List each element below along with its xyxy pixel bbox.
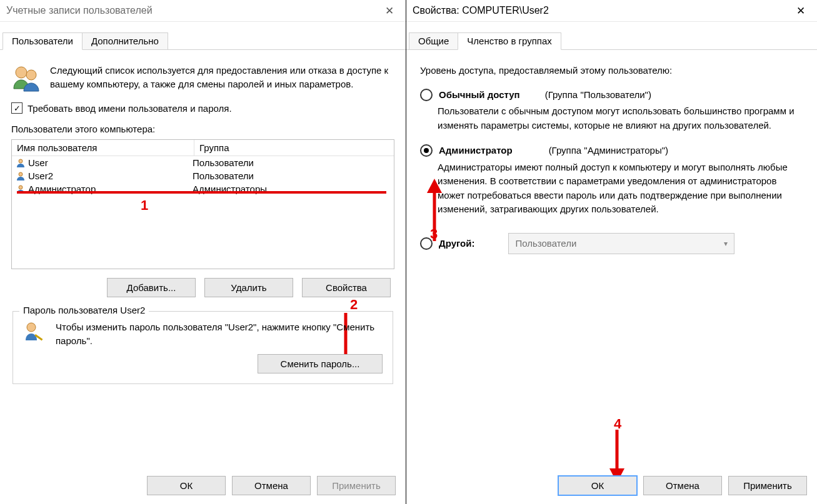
users-list-label: Пользователи этого компьютера: (11, 124, 394, 134)
user-icon (16, 171, 26, 181)
change-password-button[interactable]: Сменить пароль... (258, 354, 383, 373)
groupbox-legend: Пароль пользователя User2 (19, 305, 149, 315)
close-icon[interactable]: ✕ (788, 2, 813, 19)
listview-header[interactable]: Имя пользователя Группа (12, 140, 394, 156)
properties-button[interactable]: Свойства (302, 278, 391, 297)
window-title: Свойства: COMPUTER\User2 (413, 5, 549, 16)
ok-button[interactable]: ОК (558, 476, 637, 495)
col-group[interactable]: Группа (194, 140, 394, 156)
chevron-down-icon: ▾ (724, 238, 728, 249)
radio-admin-group: (Группа "Администраторы") (549, 144, 668, 158)
tab-advanced[interactable]: Дополнительно (82, 32, 168, 49)
svg-point-7 (27, 323, 36, 332)
add-button[interactable]: Добавить... (107, 278, 196, 297)
user-properties-dialog: Свойства: COMPUTER\User2 ✕ Общие Членств… (406, 0, 817, 504)
radio-admin-desc: Администраторы имеют полный доступ к ком… (438, 161, 803, 217)
window-title: Учетные записи пользователей (6, 5, 153, 16)
cell-username: User2 (28, 170, 53, 181)
dialog-buttons: ОК Отмена Применить (0, 470, 406, 502)
apply-button[interactable]: Применить (728, 476, 807, 495)
access-level-label: Уровень доступа, предоставляемый этому п… (420, 64, 803, 78)
close-icon[interactable]: ✕ (377, 2, 402, 19)
radio-standard[interactable] (420, 89, 433, 101)
annotation-4: 4 (614, 416, 621, 432)
user-accounts-dialog: Учетные записи пользователей ✕ Пользоват… (0, 0, 406, 504)
cell-group: Пользователи (188, 169, 394, 182)
radio-other-label[interactable]: Другой: (439, 237, 474, 251)
svg-point-4 (19, 185, 23, 189)
tabstrip: Пользователи Дополнительно (0, 31, 406, 50)
require-login-label[interactable]: Требовать ввод имени пользователя и паро… (28, 103, 232, 114)
svg-point-0 (16, 67, 27, 78)
dialog-buttons: ОК Отмена Применить (406, 470, 817, 502)
combo-value: Пользователи (515, 237, 576, 251)
tab-users[interactable]: Пользователи (3, 32, 83, 50)
users-icon (11, 64, 41, 94)
svg-point-2 (19, 159, 23, 163)
radio-standard-label[interactable]: Обычный доступ (439, 88, 520, 102)
annotation-underline (17, 191, 386, 194)
radio-other[interactable] (420, 237, 433, 250)
ok-button[interactable]: ОК (147, 476, 226, 495)
svg-point-3 (19, 172, 23, 176)
cancel-button[interactable]: Отмена (232, 476, 311, 495)
titlebar[interactable]: Учетные записи пользователей ✕ (0, 0, 406, 22)
require-login-checkbox[interactable] (11, 102, 23, 114)
cell-username: User (28, 157, 48, 168)
tab-general[interactable]: Общие (409, 32, 458, 49)
radio-standard-group: (Группа "Пользователи") (545, 88, 651, 102)
password-groupbox: Пароль пользователя User2 Чтобы изменить… (13, 311, 393, 384)
cell-group: Пользователи (188, 156, 394, 169)
radio-standard-desc: Пользователи с обычным доступом могут ис… (438, 104, 803, 132)
tab-membership[interactable]: Членство в группах (458, 32, 561, 50)
annotation-1: 1 (141, 197, 148, 214)
intro-text: Следующий список используется для предос… (50, 64, 394, 91)
other-group-combo[interactable]: Пользователи ▾ (508, 233, 734, 255)
radio-admin[interactable] (420, 144, 433, 157)
table-row[interactable]: User Пользователи (12, 156, 394, 169)
password-text: Чтобы изменить пароль пользователя "User… (56, 320, 383, 348)
table-row[interactable]: User2 Пользователи (12, 169, 394, 182)
cancel-button[interactable]: Отмена (643, 476, 722, 495)
radio-admin-label[interactable]: Администратор (439, 144, 513, 158)
user-icon (16, 158, 26, 168)
col-username[interactable]: Имя пользователя (12, 140, 194, 156)
key-icon (23, 320, 46, 345)
tabstrip: Общие Членство в группах (406, 31, 817, 50)
titlebar[interactable]: Свойства: COMPUTER\User2 ✕ (406, 0, 817, 22)
apply-button[interactable]: Применить (317, 476, 396, 495)
svg-point-1 (26, 70, 36, 80)
users-listview[interactable]: Имя пользователя Группа User Пользовател… (11, 139, 394, 269)
delete-button[interactable]: Удалить (204, 278, 293, 297)
